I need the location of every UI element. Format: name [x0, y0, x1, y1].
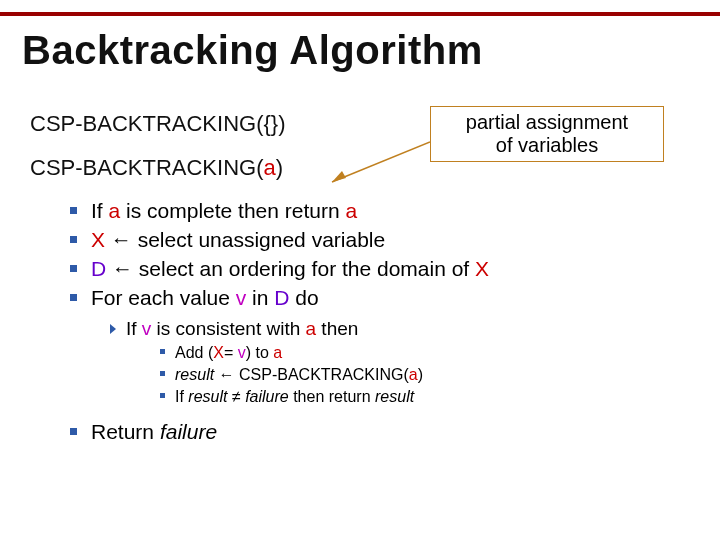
- bullet-item: Add (X= v) to a: [160, 344, 700, 362]
- text: If: [91, 199, 109, 222]
- call-line-1: CSP-BACKTRACKING({}): [30, 111, 700, 137]
- var-failure: failure: [160, 420, 217, 443]
- bullet-list-level3: Add (X= v) to a result ← CSP-BACKTRACKIN…: [30, 344, 700, 406]
- bullet-square-icon: [70, 207, 77, 214]
- text: then return: [289, 388, 375, 405]
- var-a: a: [109, 199, 121, 222]
- bullet-triangle-icon: [110, 324, 116, 334]
- text: is consistent with: [151, 318, 305, 339]
- var-x: X: [475, 257, 489, 280]
- slide-accent-bar: [0, 12, 720, 16]
- text: ): [276, 155, 283, 180]
- bullet-item: D ← select an ordering for the domain of…: [70, 257, 700, 281]
- var-failure: failure: [245, 388, 289, 405]
- var-x: X: [91, 228, 105, 251]
- var-result: result: [375, 388, 414, 405]
- text: =: [224, 344, 238, 361]
- bullet-square-icon: [70, 428, 77, 435]
- text: If: [175, 388, 188, 405]
- arrow: ←: [105, 228, 138, 251]
- bullet-item: result ← CSP-BACKTRACKING(a): [160, 366, 700, 384]
- var-result: result: [188, 388, 227, 405]
- text: CSP-BACKTRACKING(: [30, 111, 263, 136]
- text: CSP-BACKTRACKING(: [239, 366, 409, 383]
- text: ): [418, 366, 423, 383]
- text: in: [246, 286, 274, 309]
- bullet-square-icon: [70, 265, 77, 272]
- text: select unassigned variable: [138, 228, 386, 251]
- bullet-list-level1: If a is complete then return a X ← selec…: [30, 199, 700, 310]
- text: then: [316, 318, 358, 339]
- bullet-square-icon: [70, 294, 77, 301]
- bullet-square-icon: [70, 236, 77, 243]
- bullet-list-level2: If v is consistent with a then: [30, 318, 700, 340]
- bullet-item: If v is consistent with a then: [110, 318, 700, 340]
- text: ) to: [246, 344, 274, 361]
- bullet-item: If a is complete then return a: [70, 199, 700, 223]
- bullet-square-icon: [160, 393, 165, 398]
- arrow: ←: [106, 257, 139, 280]
- text: Return: [91, 420, 160, 443]
- text: {}: [263, 111, 278, 136]
- bullet-item: If result ≠ failure then return result: [160, 388, 700, 406]
- text: CSP-BACKTRACKING(: [30, 155, 263, 180]
- var-v: v: [236, 286, 247, 309]
- var-a: a: [306, 318, 317, 339]
- text: select an ordering for the domain of: [139, 257, 475, 280]
- text: do: [289, 286, 318, 309]
- var-v: v: [238, 344, 246, 361]
- var-a: a: [409, 366, 418, 383]
- text: If: [126, 318, 142, 339]
- var-d: D: [274, 286, 289, 309]
- bullet-item: X ← select unassigned variable: [70, 228, 700, 252]
- var-a: a: [263, 155, 275, 180]
- slide-title: Backtracking Algorithm: [22, 28, 483, 73]
- call-line-2: CSP-BACKTRACKING(a): [30, 155, 700, 181]
- text: ): [278, 111, 285, 136]
- var-d: D: [91, 257, 106, 280]
- var-a: a: [273, 344, 282, 361]
- arrow: ←: [214, 366, 239, 383]
- text: is complete then return: [120, 199, 345, 222]
- var-x: X: [213, 344, 224, 361]
- bullet-square-icon: [160, 371, 165, 376]
- var-a: a: [345, 199, 357, 222]
- bullet-square-icon: [160, 349, 165, 354]
- text: For each value: [91, 286, 236, 309]
- return-line: Return failure: [30, 420, 700, 444]
- slide-body: CSP-BACKTRACKING({}) CSP-BACKTRACKING(a)…: [30, 105, 700, 444]
- bullet-item: For each value v in D do: [70, 286, 700, 310]
- var-v: v: [142, 318, 152, 339]
- var-result: result: [175, 366, 214, 383]
- text: Add (: [175, 344, 213, 361]
- neq: ≠: [227, 388, 245, 405]
